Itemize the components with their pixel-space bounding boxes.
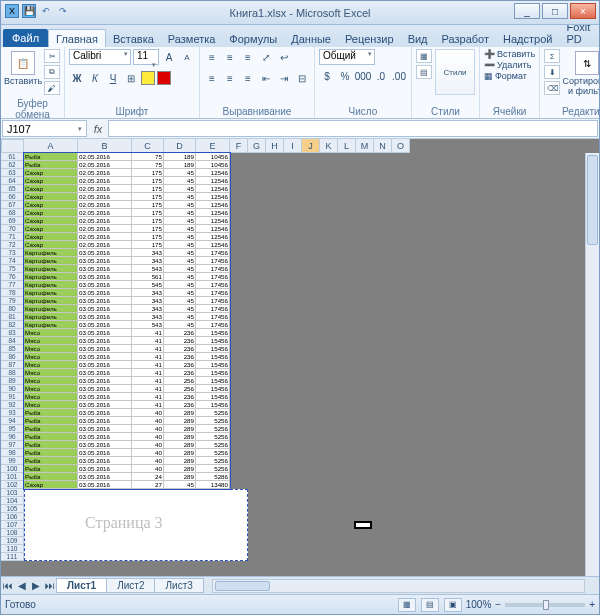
cell[interactable]: 5256 — [196, 417, 230, 425]
tab-nav-prev[interactable]: ◀ — [15, 579, 29, 593]
cell[interactable]: Рыба — [24, 409, 78, 417]
cell[interactable]: 03.05.2016 — [78, 265, 132, 273]
cell[interactable]: 03.05.2016 — [78, 449, 132, 457]
cell[interactable]: Рыба — [24, 425, 78, 433]
row-header[interactable]: 71 — [1, 233, 24, 241]
cell[interactable]: 175 — [132, 217, 164, 225]
cell[interactable]: 40 — [132, 457, 164, 465]
cell[interactable]: 40 — [132, 465, 164, 473]
cell[interactable]: 236 — [164, 393, 196, 401]
cell[interactable]: 24 — [132, 473, 164, 481]
row-header[interactable]: 102 — [1, 481, 24, 489]
col-header-J[interactable]: J — [302, 139, 320, 153]
cell[interactable]: Сахар — [24, 169, 78, 177]
tab-file[interactable]: Файл — [3, 29, 48, 47]
row-header[interactable]: 92 — [1, 401, 24, 409]
cell[interactable]: 12546 — [196, 233, 230, 241]
row-header[interactable]: 97 — [1, 441, 24, 449]
cell[interactable]: 03.05.2016 — [78, 345, 132, 353]
cell[interactable]: Мясо — [24, 377, 78, 385]
format-table-icon[interactable]: ▤ — [416, 65, 432, 79]
cell[interactable]: 45 — [164, 169, 196, 177]
minimize-button[interactable]: _ — [514, 3, 540, 19]
cell[interactable]: 15456 — [196, 345, 230, 353]
cell[interactable]: 189 — [164, 161, 196, 169]
cell[interactable]: 40 — [132, 425, 164, 433]
cell[interactable]: Сахар — [24, 209, 78, 217]
cell[interactable]: 45 — [164, 281, 196, 289]
cell[interactable]: 45 — [164, 265, 196, 273]
row-header[interactable]: 94 — [1, 417, 24, 425]
cell[interactable]: Сахар — [24, 225, 78, 233]
cell[interactable]: 02.05.2016 — [78, 185, 132, 193]
row-header[interactable]: 98 — [1, 449, 24, 457]
column-headers[interactable]: ABCDEFGHIJKLMNO — [1, 139, 599, 153]
fill-icon[interactable]: ⬇ — [544, 65, 560, 79]
align-top-icon[interactable]: ≡ — [204, 49, 220, 65]
row-header[interactable]: 75 — [1, 265, 24, 273]
cell[interactable]: Рыба — [24, 465, 78, 473]
cells-insert-label[interactable]: Вставить — [497, 49, 535, 59]
align-left-icon[interactable]: ≡ — [204, 70, 220, 86]
cell[interactable]: 41 — [132, 401, 164, 409]
row-header[interactable]: 108 — [1, 529, 24, 537]
cell[interactable]: 45 — [164, 257, 196, 265]
border-button[interactable]: ⊞ — [123, 70, 139, 86]
cell[interactable]: 41 — [132, 377, 164, 385]
cell[interactable]: Картофель — [24, 297, 78, 305]
cell[interactable]: Мясо — [24, 393, 78, 401]
cell[interactable]: 236 — [164, 353, 196, 361]
cell[interactable]: 02.05.2016 — [78, 241, 132, 249]
row-header[interactable]: 89 — [1, 377, 24, 385]
cell[interactable]: 343 — [132, 297, 164, 305]
cell[interactable]: 5256 — [196, 425, 230, 433]
cell[interactable]: Рыба — [24, 449, 78, 457]
cell[interactable]: 17456 — [196, 273, 230, 281]
sort-filter-button[interactable]: ⇅ Сортировка и фильтр — [563, 49, 600, 97]
cell[interactable]: 03.05.2016 — [78, 441, 132, 449]
cell[interactable]: 175 — [132, 177, 164, 185]
cell[interactable]: Рыба — [24, 457, 78, 465]
cell[interactable]: 236 — [164, 329, 196, 337]
cell[interactable]: Сахар — [24, 177, 78, 185]
tab-nav-next[interactable]: ▶ — [29, 579, 43, 593]
cell[interactable]: 289 — [164, 425, 196, 433]
cell[interactable]: 236 — [164, 337, 196, 345]
cell[interactable]: 03.05.2016 — [78, 273, 132, 281]
format-painter-icon[interactable]: 🖌 — [44, 81, 60, 95]
row-header[interactable]: 87 — [1, 361, 24, 369]
cell[interactable]: 12546 — [196, 217, 230, 225]
cell[interactable]: 10456 — [196, 153, 230, 161]
cell[interactable]: 03.05.2016 — [78, 305, 132, 313]
cell[interactable]: 343 — [132, 305, 164, 313]
fill-color-button[interactable] — [141, 71, 155, 85]
row-header[interactable]: 83 — [1, 329, 24, 337]
align-bottom-icon[interactable]: ≡ — [240, 49, 256, 65]
cell[interactable]: 543 — [132, 265, 164, 273]
cell[interactable]: 41 — [132, 393, 164, 401]
cell[interactable]: 02.05.2016 — [78, 233, 132, 241]
decrease-indent-icon[interactable]: ⇤ — [258, 70, 274, 86]
cell[interactable]: 45 — [164, 193, 196, 201]
cell[interactable]: 12546 — [196, 225, 230, 233]
copy-icon[interactable]: ⧉ — [44, 65, 60, 79]
save-icon[interactable]: 💾 — [22, 4, 36, 18]
cell[interactable]: Картофель — [24, 305, 78, 313]
row-header[interactable]: 61 — [1, 153, 24, 161]
cell[interactable]: 02.05.2016 — [78, 201, 132, 209]
worksheet-area[interactable]: ABCDEFGHIJKLMNO 616263646566676869707172… — [1, 139, 599, 576]
cell[interactable]: 12546 — [196, 209, 230, 217]
row-header[interactable]: 74 — [1, 257, 24, 265]
cell[interactable]: 45 — [164, 225, 196, 233]
cell[interactable]: 5256 — [196, 449, 230, 457]
cell[interactable]: 02.05.2016 — [78, 153, 132, 161]
cell[interactable]: 03.05.2016 — [78, 329, 132, 337]
font-size-combo[interactable]: 11 — [133, 49, 159, 65]
cell[interactable]: 03.05.2016 — [78, 289, 132, 297]
cell[interactable]: 45 — [164, 305, 196, 313]
cell[interactable]: 343 — [132, 249, 164, 257]
row-header[interactable]: 111 — [1, 553, 24, 561]
col-header-F[interactable]: F — [230, 139, 248, 153]
cells-delete-icon[interactable]: ➖ — [484, 60, 495, 70]
tab-nav-last[interactable]: ⏭ — [43, 579, 57, 593]
